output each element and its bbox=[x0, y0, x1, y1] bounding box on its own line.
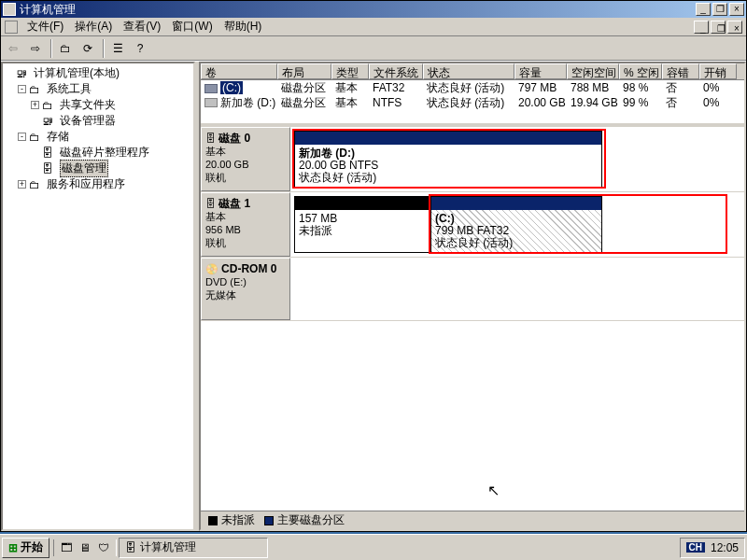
close-button[interactable]: × bbox=[729, 3, 744, 16]
cell: 否 bbox=[662, 95, 699, 111]
tree-systools[interactable]: -🗀系统工具 bbox=[5, 81, 191, 97]
cell: 788 MB bbox=[567, 81, 619, 94]
titlebar[interactable]: 计算机管理 _ ❐ × bbox=[1, 1, 746, 18]
col-free[interactable]: 空闲空间 bbox=[567, 63, 619, 79]
forward-button[interactable]: ⇨ bbox=[25, 38, 46, 59]
disk-volumes: 新加卷 (D:)20.00 GB NTFS状态良好 (活动) bbox=[290, 127, 744, 191]
menu-action[interactable]: 操作(A) bbox=[69, 17, 118, 36]
disk-row: 🗄 磁盘 0基本20.00 GB联机新加卷 (D:)20.00 GB NTFS状… bbox=[201, 127, 744, 192]
disk-info[interactable]: 🗄 磁盘 0基本20.00 GB联机 bbox=[201, 127, 290, 191]
cell: 20.00 GB bbox=[514, 96, 567, 109]
refresh-button[interactable]: ⟳ bbox=[78, 38, 98, 59]
disk-info[interactable]: 🗄 磁盘 1基本956 MB联机 bbox=[201, 192, 290, 257]
mdi-minimize-button[interactable]: _ bbox=[694, 21, 709, 34]
cell: 否 bbox=[662, 80, 699, 96]
tree-diskmgmt[interactable]: 🗄磁盘管理 bbox=[5, 161, 191, 176]
help-button[interactable]: ? bbox=[130, 38, 150, 59]
volume-box[interactable]: 157 MB未指派 bbox=[294, 196, 430, 253]
toolbar: ⇦ ⇨ 🗀 ⟳ ☰ ? bbox=[1, 36, 746, 61]
legend-unalloc: 未指派 bbox=[221, 512, 255, 528]
disk-info[interactable]: 📀 CD-ROM 0DVD (E:)无媒体 bbox=[201, 258, 290, 320]
cell: 新加卷 (D:) bbox=[201, 95, 277, 111]
disk-volumes: 157 MB未指派(C:)799 MB FAT32状态良好 (活动) bbox=[290, 192, 744, 257]
tree-defrag[interactable]: 🗄磁盘碎片整理程序 bbox=[5, 145, 191, 161]
cell: 0% bbox=[699, 96, 737, 109]
col-status[interactable]: 状态 bbox=[423, 63, 514, 79]
cell: 状态良好 (活动) bbox=[423, 95, 514, 111]
ql-security-icon[interactable]: 🛡 bbox=[95, 539, 112, 556]
mdi-restore-button[interactable]: ❐ bbox=[711, 21, 726, 34]
properties-button[interactable]: ☰ bbox=[107, 38, 128, 59]
cell: 99 % bbox=[619, 96, 662, 109]
minimize-button[interactable]: _ bbox=[696, 3, 711, 16]
menu-help[interactable]: 帮助(H) bbox=[218, 17, 268, 36]
tree-devmgr[interactable]: 🖳设备管理器 bbox=[5, 113, 191, 129]
tree-storage[interactable]: -🗀存储 bbox=[5, 129, 191, 145]
main-window: 计算机管理 _ ❐ × 文件(F) 操作(A) 查看(V) 窗口(W) 帮助(H… bbox=[0, 0, 747, 532]
col-oh[interactable]: 开销 bbox=[699, 63, 737, 79]
cell: 磁盘分区 bbox=[277, 80, 331, 96]
cell: 基本 bbox=[331, 95, 369, 111]
window-title: 计算机管理 bbox=[20, 2, 694, 18]
tree-shared[interactable]: +🗀共享文件夹 bbox=[5, 97, 191, 113]
col-capacity[interactable]: 容量 bbox=[514, 63, 567, 79]
legend-primary: 主要磁盘分区 bbox=[277, 512, 345, 528]
tree-panel[interactable]: 🖳计算机管理(本地) -🗀系统工具 +🗀共享文件夹 🖳设备管理器 -🗀存储 🗄磁… bbox=[1, 62, 195, 531]
taskbar[interactable]: ⊞开始 🗔 🖥 🛡 🗄计算机管理 CH 12:05 bbox=[0, 534, 747, 560]
ql-explorer-icon[interactable]: 🖥 bbox=[77, 539, 93, 556]
table-row[interactable]: (C:)磁盘分区基本FAT32状态良好 (活动)797 MB788 MB98 %… bbox=[201, 80, 744, 95]
cell: 基本 bbox=[331, 80, 369, 96]
cell: 98 % bbox=[619, 81, 662, 94]
mmc-icon bbox=[5, 21, 18, 34]
col-fs[interactable]: 文件系统 bbox=[369, 63, 423, 79]
app-icon bbox=[3, 3, 16, 16]
legend-swatch-primary bbox=[264, 516, 274, 525]
table-row[interactable]: 新加卷 (D:)磁盘分区基本NTFS状态良好 (活动)20.00 GB19.94… bbox=[201, 95, 744, 110]
cell: 0% bbox=[699, 81, 737, 94]
cell: 磁盘分区 bbox=[277, 95, 331, 111]
system-tray[interactable]: CH 12:05 bbox=[680, 538, 745, 558]
cell: FAT32 bbox=[369, 81, 423, 94]
detail-panel: 卷 布局 类型 文件系统 状态 容量 空闲空间 % 空闲 容错 开销 (C:)磁… bbox=[199, 62, 746, 531]
start-button[interactable]: ⊞开始 bbox=[2, 538, 49, 558]
tree-root[interactable]: 🖳计算机管理(本地) bbox=[5, 65, 191, 81]
col-pct[interactable]: % 空闲 bbox=[619, 63, 662, 79]
menu-file[interactable]: 文件(F) bbox=[21, 17, 69, 36]
disk-row: 🗄 磁盘 1基本956 MB联机157 MB未指派(C:)799 MB FAT3… bbox=[201, 192, 744, 258]
taskbar-item[interactable]: 🗄计算机管理 bbox=[119, 538, 268, 558]
menu-view[interactable]: 查看(V) bbox=[118, 17, 166, 36]
mdi-close-button[interactable]: × bbox=[727, 21, 742, 34]
quick-launch: 🗔 🖥 🛡 bbox=[53, 539, 117, 556]
disk-volumes bbox=[290, 258, 744, 320]
col-ft[interactable]: 容错 bbox=[662, 63, 699, 79]
legend: 未指派 主要磁盘分区 bbox=[201, 511, 744, 529]
maximize-button[interactable]: ❐ bbox=[712, 3, 727, 16]
content-area: 🖳计算机管理(本地) -🗀系统工具 +🗀共享文件夹 🖳设备管理器 -🗀存储 🗄磁… bbox=[1, 61, 746, 531]
col-type[interactable]: 类型 bbox=[331, 63, 369, 79]
menu-window[interactable]: 窗口(W) bbox=[166, 17, 218, 36]
menubar: 文件(F) 操作(A) 查看(V) 窗口(W) 帮助(H) _ ❐ × bbox=[1, 18, 746, 36]
cell: 19.94 GB bbox=[567, 96, 619, 109]
volume-list-header: 卷 布局 类型 文件系统 状态 容量 空闲空间 % 空闲 容错 开销 bbox=[201, 63, 744, 80]
legend-swatch-unalloc bbox=[208, 516, 218, 525]
disk-graphic-panel[interactable]: 🗄 磁盘 0基本20.00 GB联机新加卷 (D:)20.00 GB NTFS状… bbox=[201, 127, 744, 511]
back-button: ⇦ bbox=[3, 38, 23, 59]
up-button[interactable]: 🗀 bbox=[55, 38, 76, 59]
cell: 状态良好 (活动) bbox=[423, 80, 514, 96]
volume-list[interactable]: (C:)磁盘分区基本FAT32状态良好 (活动)797 MB788 MB98 %… bbox=[201, 80, 744, 123]
ql-desktop-icon[interactable]: 🗔 bbox=[58, 539, 75, 556]
cell: 797 MB bbox=[514, 81, 567, 94]
disk-row: 📀 CD-ROM 0DVD (E:)无媒体 bbox=[201, 258, 744, 321]
col-volume[interactable]: 卷 bbox=[201, 63, 277, 79]
col-layout[interactable]: 布局 bbox=[277, 63, 331, 79]
clock[interactable]: 12:05 bbox=[711, 541, 739, 554]
cell: (C:) bbox=[201, 81, 277, 94]
tree-services[interactable]: +🗀服务和应用程序 bbox=[5, 176, 191, 192]
cell: NTFS bbox=[369, 96, 423, 109]
ime-indicator[interactable]: CH bbox=[686, 542, 705, 553]
